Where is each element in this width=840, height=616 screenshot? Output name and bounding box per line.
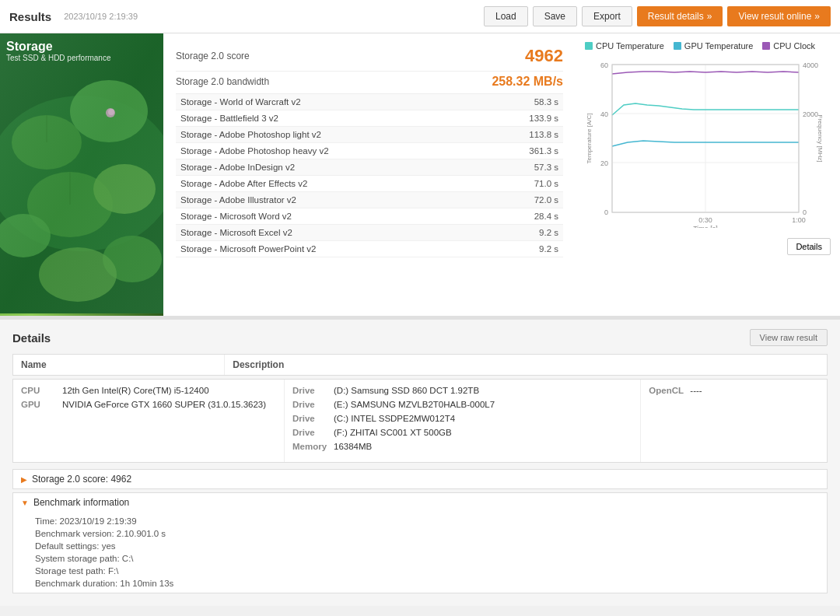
storage-overlay-label: Storage Test SSD & HDD performance [6,40,111,62]
tree-child-item: Benchmark version: 2.10.901.0 s [35,527,827,540]
svg-text:2000: 2000 [803,110,818,118]
opencl-value: ---- [690,386,702,395]
cpu-temp-label: CPU Temperature [596,41,664,51]
tree-toggle-icon: ▶ [21,475,27,484]
storage-image: Storage Test SSD & HDD performance [0,33,163,316]
chart-legend: CPU Temperature GPU Temperature CPU Cloc… [585,41,831,51]
cpu-value: 12th Gen Intel(R) Core(TM) i5-12400 [62,386,209,395]
svg-text:0: 0 [604,208,608,216]
result-item: Storage - Adobe After Effects v271.0 s [176,176,563,192]
drive-row: Drive(E:) SAMSUNG MZVLB2T0HALB-000L7 [292,400,632,409]
view-raw-button[interactable]: View raw result [750,329,828,346]
result-item: Storage - Adobe Photoshop light v2113.8 … [176,127,563,143]
tree-container: ▶Storage 2.0 score: 4962▼Benchmark infor… [12,469,828,593]
svg-text:1:00: 1:00 [792,216,806,224]
svg-text:0: 0 [803,208,807,216]
tree-child-item: Storage test path: F:\ [35,565,827,577]
opencl-col: OpenCL ---- [641,380,827,462]
header: Results 2023/10/19 2:19:39 Load Save Exp… [0,0,840,33]
svg-text:Time [s]: Time [s] [693,225,718,228]
tree-child-item: Benchmark duration: 1h 10min 13s [35,577,827,590]
gpu-temp-label: GPU Temperature [684,41,753,51]
result-item: Storage - Microsoft Word v228.4 s [176,208,563,225]
drives-col: Drive(D:) Samsung SSD 860 DCT 1.92TBDriv… [285,380,641,462]
cpu-label: CPU [21,386,56,395]
results-date: 2023/10/19 2:19:39 [64,12,138,21]
svg-text:20: 20 [600,159,608,167]
svg-text:Frequency [MHz]: Frequency [MHz] [817,115,824,163]
tree-child-item: System storage path: C:\ [35,552,827,565]
tree-section: ▼Benchmark informationTime: 2023/10/19 2… [12,492,828,593]
tree-item[interactable]: ▼Benchmark information [13,493,827,512]
chart-svg-wrapper: 60 40 20 0 4000 2000 0 0:30 1:00 Tempera… [585,57,831,230]
tree-section: ▶Storage 2.0 score: 4962 [12,469,828,489]
results-table: Storage 2.0 score 4962 Storage 2.0 bandw… [163,33,576,316]
chart-details-button[interactable]: Details [787,238,831,255]
drive-row: Memory16384MB [292,442,632,451]
save-button[interactable]: Save [533,6,577,26]
bandwidth-row: Storage 2.0 bandwidth 258.32 MB/s [176,72,563,94]
result-item: Storage - World of Warcraft v258.3 s [176,94,563,110]
tree-item-label: Benchmark information [33,497,129,508]
chart-area: CPU Temperature GPU Temperature CPU Cloc… [576,33,840,316]
result-item: Storage - Microsoft PowerPoint v29.2 s [176,241,563,257]
svg-text:60: 60 [600,61,608,69]
svg-rect-13 [0,33,163,313]
details-title: Details [12,331,51,345]
cpu-temp-dot [585,42,593,50]
result-item: Storage - Microsoft Excel v29.2 s [176,225,563,241]
cpu-clock-label: CPU Clock [773,41,815,51]
gpu-temp-dot [674,42,681,50]
svg-text:40: 40 [600,110,608,118]
gpu-row: GPU NVIDIA GeForce GTX 1660 SUPER (31.0.… [21,400,276,409]
score-value: 4962 [525,46,563,66]
result-item: Storage - Adobe InDesign v257.3 s [176,159,563,176]
tree-toggle-icon: ▼ [21,499,29,507]
th-description: Description [225,355,827,375]
detail-table-header: Name Description [12,354,828,376]
svg-text:Temperature [A/C]: Temperature [A/C] [586,114,593,164]
details-section: Details View raw result Name Description… [0,317,840,606]
bandwidth-label: Storage 2.0 bandwidth [176,76,269,87]
chart-svg: 60 40 20 0 4000 2000 0 0:30 1:00 Tempera… [585,57,826,228]
header-buttons: Load Save Export Result details » View r… [484,6,831,26]
tree-item[interactable]: ▶Storage 2.0 score: 4962 [13,470,827,488]
results-title: Results [9,10,51,23]
tree-item-label: Storage 2.0 score: 4962 [32,474,131,485]
bandwidth-value: 258.32 MB/s [492,75,563,89]
drive-row: Drive(C:) INTEL SSDPE2MW012T4 [292,414,632,423]
drive-row: Drive(D:) Samsung SSD 860 DCT 1.92TB [292,386,632,395]
cpu-temp-legend: CPU Temperature [585,41,664,51]
details-header: Details View raw result [12,329,828,346]
export-button[interactable]: Export [582,6,632,26]
result-item: Storage - Adobe Photoshop heavy v2361.3 … [176,143,563,159]
cpu-clock-legend: CPU Clock [762,41,815,51]
gpu-label: GPU [21,400,56,409]
drive-row: Drive(F:) ZHITAI SC001 XT 500GB [292,428,632,437]
score-label: Storage 2.0 score [176,51,250,61]
result-details-button[interactable]: Result details » [637,6,723,26]
gpu-value: NVIDIA GeForce GTX 1660 SUPER (31.0.15.3… [62,400,266,409]
th-name: Name [13,355,225,375]
load-button[interactable]: Load [484,6,528,26]
opencl-label: OpenCL [649,386,684,395]
result-item: Storage - Adobe Illustrator v272.0 s [176,192,563,208]
cpu-row: CPU 12th Gen Intel(R) Core(TM) i5-12400 [21,386,276,395]
cpu-gpu-col: CPU 12th Gen Intel(R) Core(TM) i5-12400 … [13,380,285,462]
tree-child-item: Default settings: yes [35,540,827,552]
score-row: Storage 2.0 score 4962 [176,41,563,72]
tree-children: Time: 2023/10/19 2:19:39Benchmark versio… [13,512,827,593]
cpu-clock-dot [762,42,770,50]
svg-text:4000: 4000 [803,61,818,69]
view-online-button[interactable]: View result online » [727,6,831,26]
hardware-grid: CPU 12th Gen Intel(R) Core(TM) i5-12400 … [12,379,828,463]
opencl-row: OpenCL ---- [649,386,819,395]
result-item: Storage - Battlefield 3 v2133.9 s [176,110,563,127]
tree-child-item: Time: 2023/10/19 2:19:39 [35,515,827,527]
top-section: Storage Test SSD & HDD performance Stora… [0,33,840,317]
result-items-list: Storage - World of Warcraft v258.3 sStor… [176,94,563,257]
gpu-temp-legend: GPU Temperature [674,41,753,51]
svg-text:0:30: 0:30 [698,216,712,224]
